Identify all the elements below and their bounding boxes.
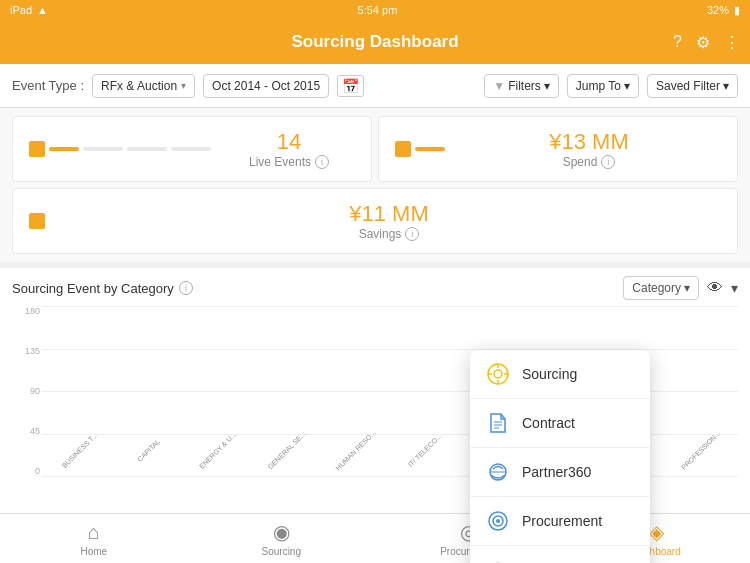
- kpi-row-bottom: ¥11 MM Savings i: [12, 188, 738, 254]
- filters-label: Filters: [508, 79, 541, 93]
- dropdown-icon-4: [486, 558, 510, 563]
- dashboard-icon: ◈: [649, 520, 664, 544]
- live-events-value: 14: [277, 129, 301, 155]
- dropdown-icon-0: [486, 362, 510, 386]
- bar-group-2[interactable]: ENERGY & U...: [184, 466, 251, 476]
- nav-dropdown-menu: SourcingContractPartner360ProcurementCPO…: [470, 350, 650, 563]
- bar-label-2: ENERGY & U...: [194, 427, 241, 474]
- calendar-icon[interactable]: 📅: [337, 75, 364, 97]
- bar-group-4[interactable]: HUMAN RESO...: [322, 466, 389, 476]
- spend-card: ¥13 MM Spend i: [378, 116, 738, 182]
- gear-icon[interactable]: ⚙: [696, 33, 710, 52]
- device-label: iPad: [10, 4, 32, 16]
- dropdown-icon-3: [486, 509, 510, 533]
- dropdown-item-partner360[interactable]: Partner360: [470, 448, 650, 497]
- filters-arrow-icon: ▾: [544, 79, 550, 93]
- saved-filter-label: Saved Filter: [656, 79, 720, 93]
- savings-label: Savings i: [359, 227, 420, 241]
- savings-info-icon[interactable]: i: [405, 227, 419, 241]
- category-arrow-icon: ▾: [684, 281, 690, 295]
- bar-group-1[interactable]: CAPITAL: [115, 466, 182, 476]
- dropdown-icon-2: [486, 460, 510, 484]
- live-events-dash3: [127, 147, 167, 151]
- dropdown-item-cpo-dashb...: CPO Dashb...: [470, 546, 650, 563]
- toolbar: Event Type : RFx & Auction ▾ Oct 2014 - …: [0, 64, 750, 108]
- wifi-icon: ▲: [37, 4, 48, 16]
- chart-header: Sourcing Event by Category i Category ▾ …: [12, 276, 738, 300]
- live-events-square-icon: [29, 141, 45, 157]
- dropdown-icon-1: [486, 411, 510, 435]
- y-axis-labels: 180 135 90 45 0: [12, 306, 40, 476]
- nav-label-1: Sourcing: [262, 546, 301, 557]
- spend-label: Spend i: [563, 155, 616, 169]
- nav-label-0: Home: [80, 546, 107, 557]
- svg-point-13: [496, 519, 500, 523]
- battery-level: 32%: [707, 4, 729, 16]
- collapse-icon[interactable]: ▾: [731, 280, 738, 296]
- status-bar-right: 32% ▮: [707, 4, 740, 17]
- y-label-90: 90: [30, 386, 40, 396]
- bar-group-5[interactable]: IT/ TELECO...: [391, 466, 458, 476]
- event-type-arrow-icon: ▾: [181, 80, 186, 91]
- nav-item-sourcing[interactable]: ◉Sourcing: [188, 516, 376, 561]
- y-label-45: 45: [30, 426, 40, 436]
- visibility-icon[interactable]: 👁: [707, 279, 723, 297]
- event-type-value: RFx & Auction: [101, 79, 177, 93]
- bar-group-9[interactable]: PROFESSION...: [667, 466, 734, 476]
- bar-label-5: IT/ TELECO...: [401, 427, 448, 474]
- event-type-select[interactable]: RFx & Auction ▾: [92, 74, 195, 98]
- live-events-card: 14 Live Events i: [12, 116, 372, 182]
- spend-value: ¥13 MM: [549, 129, 628, 155]
- nav-item-home[interactable]: ⌂Home: [0, 517, 188, 561]
- spend-icon-area: [395, 141, 445, 157]
- live-events-label: Live Events i: [249, 155, 329, 169]
- filters-button[interactable]: ▼ Filters ▾: [484, 74, 559, 98]
- kpi-row-top: 14 Live Events i ¥13 MM Spend i: [12, 116, 738, 182]
- bar-group-0[interactable]: BUSINESS T...: [46, 466, 113, 476]
- y-label-135: 135: [25, 346, 40, 356]
- spend-square-icon: [395, 141, 411, 157]
- live-events-dash4: [171, 147, 211, 151]
- live-events-info-icon[interactable]: i: [315, 155, 329, 169]
- chart-title-text: Sourcing Event by Category: [12, 281, 174, 296]
- saved-filter-arrow-icon: ▾: [723, 79, 729, 93]
- savings-square-icon: [29, 213, 45, 229]
- event-type-label: Event Type :: [12, 78, 84, 93]
- date-range-text: Oct 2014 - Oct 2015: [212, 79, 320, 93]
- live-events-dash1: [49, 147, 79, 151]
- battery-icon: ▮: [734, 4, 740, 17]
- live-events-icon-area: [29, 141, 211, 157]
- spend-info-icon[interactable]: i: [601, 155, 615, 169]
- dropdown-label-3: Procurement: [522, 513, 602, 529]
- saved-filter-button[interactable]: Saved Filter ▾: [647, 74, 738, 98]
- live-events-content: 14 Live Events i: [223, 129, 355, 169]
- more-icon[interactable]: ⋮: [724, 33, 740, 52]
- bar-label-3: GENERAL SE...: [263, 427, 310, 474]
- category-button[interactable]: Category ▾: [623, 276, 699, 300]
- savings-content: ¥11 MM Savings i: [57, 201, 721, 241]
- status-bar-left: iPad ▲: [10, 4, 48, 16]
- jump-to-button[interactable]: Jump To ▾: [567, 74, 639, 98]
- savings-card: ¥11 MM Savings i: [12, 188, 738, 254]
- dropdown-label-1: Contract: [522, 415, 575, 431]
- filter-icon: ▼: [493, 79, 505, 93]
- dropdown-item-sourcing[interactable]: Sourcing: [470, 350, 650, 399]
- y-label-180: 180: [25, 306, 40, 316]
- header-actions: ? ⚙ ⋮: [673, 33, 740, 52]
- bar-group-3[interactable]: GENERAL SE...: [253, 466, 320, 476]
- bar-label-0: BUSINESS T...: [56, 427, 103, 474]
- status-bar: iPad ▲ 5:54 pm 32% ▮: [0, 0, 750, 20]
- home-icon: ⌂: [88, 521, 100, 544]
- bar-label-1: CAPITAL: [125, 427, 172, 474]
- dropdown-item-contract[interactable]: Contract: [470, 399, 650, 448]
- app-header: Sourcing Dashboard ? ⚙ ⋮: [0, 20, 750, 64]
- category-label: Category: [632, 281, 681, 295]
- page-title: Sourcing Dashboard: [291, 32, 458, 52]
- help-icon[interactable]: ?: [673, 33, 682, 51]
- date-range-display: Oct 2014 - Oct 2015: [203, 74, 329, 98]
- jump-to-label: Jump To: [576, 79, 621, 93]
- dropdown-item-procurement[interactable]: Procurement: [470, 497, 650, 546]
- chart-info-icon[interactable]: i: [179, 281, 193, 295]
- live-events-dash2: [83, 147, 123, 151]
- svg-point-1: [494, 370, 502, 378]
